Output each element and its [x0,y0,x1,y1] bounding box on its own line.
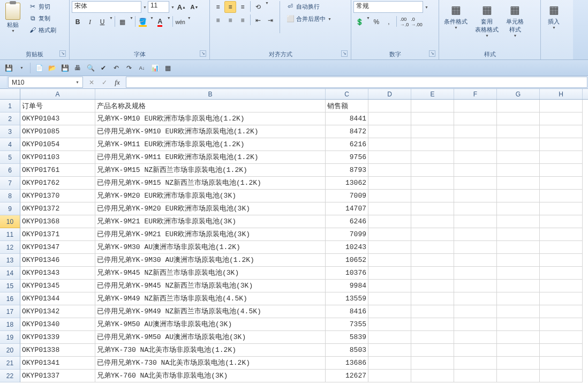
cell[interactable]: OKYP01054 [20,138,95,151]
font-size-select[interactable]: 11 [148,1,169,13]
row-header[interactable]: 22 [0,370,20,382]
cell[interactable] [368,267,411,280]
cell[interactable] [497,318,540,331]
chevron-down-icon[interactable]: ▼ [167,16,171,28]
format-painter-button[interactable]: 🖌格式刷 [26,25,59,35]
cell[interactable] [411,267,454,280]
row-header[interactable]: 6 [0,164,20,177]
chevron-down-icon[interactable]: ▼ [171,5,175,9]
open-button[interactable]: 📂 [47,63,57,73]
row-header[interactable]: 12 [0,241,20,254]
cell[interactable] [540,202,583,215]
cell[interactable]: OKYP01371 [20,228,95,241]
cell[interactable] [454,228,497,241]
cell[interactable] [454,305,497,318]
cell[interactable]: 7355 [326,318,368,331]
chevron-down-icon[interactable]: ▼ [187,16,191,28]
decrease-indent-button[interactable]: ⇤ [252,14,264,26]
increase-decimal-button[interactable]: .00→.0 [398,16,410,28]
cell[interactable]: OKYP01345 [20,280,95,292]
chevron-down-icon[interactable]: ▼ [109,16,113,28]
cell[interactable] [411,344,454,357]
name-box[interactable]: M10 ▼ [8,77,83,88]
cell[interactable] [411,151,454,164]
spelling-button[interactable]: ✔ [98,63,109,73]
enter-formula-button[interactable]: ✓ [99,77,110,88]
cell[interactable] [540,125,583,138]
cell[interactable]: OKYP01344 [20,292,95,305]
cell[interactable]: 已停用兄弟YK-9M20 EUR欧洲市场原装电池(3K) [95,202,326,215]
chevron-down-icon[interactable]: ▼ [265,1,269,13]
redo-button[interactable]: ↷ [124,63,134,73]
row-header[interactable]: 1 [0,100,20,112]
cell[interactable] [411,112,454,125]
cell[interactable] [411,164,454,177]
percent-button[interactable]: % [371,16,382,28]
cell[interactable] [411,202,454,215]
cell[interactable] [540,228,583,241]
cell[interactable] [368,190,411,202]
align-right-button[interactable]: ≡ [237,14,248,26]
cell[interactable] [411,125,454,138]
cell[interactable] [497,164,540,177]
cell[interactable] [368,164,411,177]
row-header[interactable]: 21 [0,357,20,370]
cell[interactable]: 7099 [326,228,368,241]
cell[interactable] [454,100,497,112]
cell[interactable] [497,151,540,164]
insert-button[interactable]: ▦ 插入▼ [543,1,564,31]
cell[interactable]: 兄弟YK-760 NA北美市场非原装电池(3K) [95,370,326,382]
shrink-font-button[interactable]: A▼ [189,1,200,13]
cell[interactable] [540,215,583,228]
cell[interactable]: 9984 [326,280,368,292]
cell[interactable] [454,318,497,331]
alignment-launcher[interactable]: ↘ [341,50,348,57]
cell[interactable] [454,177,497,190]
cell[interactable] [540,190,583,202]
bold-button[interactable]: B [72,16,84,28]
qat-dropdown[interactable]: ▼ [16,63,27,73]
cell[interactable] [540,100,583,112]
print-button[interactable]: 🖶 [72,63,83,73]
cell[interactable] [454,267,497,280]
cell[interactable] [454,164,497,177]
cell[interactable]: 10652 [326,254,368,267]
cell[interactable]: 已停用兄弟YK-730 NA北美市场原装电池(1.2K) [95,357,326,370]
cell[interactable]: 兄弟YK-9M49 NZ新西兰市场非原装电池(4.5K) [95,292,326,305]
decrease-decimal-button[interactable]: .0→.00 [411,16,423,28]
cell[interactable]: 已停用兄弟YK-9M21 EUR欧洲市场原装电池(3K) [95,228,326,241]
cell[interactable] [411,100,454,112]
font-name-select[interactable]: 宋体 [72,1,141,13]
cell[interactable] [411,228,454,241]
chart-button[interactable]: 📊 [149,63,160,73]
merge-center-button[interactable]: ⬜合并后居中▼ [283,13,334,24]
cell[interactable]: 兄弟YK-9M21 EUR欧洲市场非原装电池(3K) [95,215,326,228]
cell[interactable] [368,241,411,254]
column-header-A[interactable]: A [20,89,95,99]
number-launcher[interactable]: ↘ [429,50,435,57]
cell[interactable] [368,280,411,292]
borders-button[interactable]: ▦ [117,16,129,28]
cell[interactable] [497,305,540,318]
cell[interactable] [454,254,497,267]
align-left-button[interactable]: ≡ [212,14,224,26]
cell[interactable] [411,138,454,151]
cell[interactable] [497,357,540,370]
cell[interactable] [411,254,454,267]
cell[interactable] [540,357,583,370]
save-button[interactable]: 💾 [3,63,14,73]
cell[interactable]: 13062 [326,177,368,190]
cell[interactable] [454,202,497,215]
row-header[interactable]: 20 [0,344,20,357]
cell[interactable]: OKYP01342 [20,305,95,318]
cell[interactable]: OKYP01341 [20,357,95,370]
cell[interactable] [411,280,454,292]
cell[interactable] [540,151,583,164]
cell[interactable] [454,344,497,357]
cell[interactable] [411,292,454,305]
cell[interactable] [497,100,540,112]
clipboard-launcher[interactable]: ↘ [59,50,66,57]
cell[interactable] [497,241,540,254]
cells-area[interactable]: 订单号产品名称及规格销售额OKYP01043兄弟YK-9M10 EUR欧洲市场非… [20,100,583,382]
cell[interactable] [540,267,583,280]
